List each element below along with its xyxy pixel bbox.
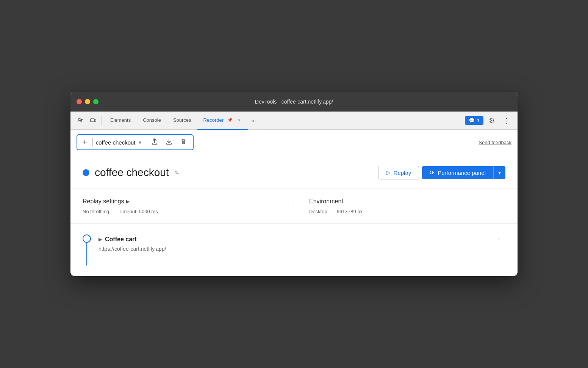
tab-console[interactable]: Console [137, 112, 167, 130]
env-detail-separator [332, 209, 332, 214]
recording-selector[interactable]: coffee checkout ∨ [96, 139, 142, 146]
send-feedback-link[interactable]: Send feedback [479, 140, 511, 145]
feedback-badge[interactable]: 💬 1 [465, 116, 483, 125]
recording-actions: ▷ Replay ⟳ Performance panel ▾ [378, 166, 505, 179]
replay-settings-arrow: ▶ [126, 199, 130, 204]
delete-icon [180, 138, 187, 145]
step-connector [83, 234, 91, 266]
recording-status-dot [83, 169, 89, 176]
desktop-label: Desktop [309, 209, 327, 214]
step-url: https://coffee-cart.netlify.app/ [99, 246, 505, 252]
export-icon [151, 138, 158, 145]
recording-header: coffee checkout ✎ ▷ Replay ⟳ Performance… [70, 155, 518, 189]
feedback-count: 1 [477, 118, 480, 123]
step-content: ▶ Coffee cart ⋮ https://coffee-cart.netl… [99, 234, 505, 252]
device-toolbar-button[interactable] [87, 115, 99, 126]
environment-heading: Environment [309, 198, 505, 205]
import-icon [166, 138, 172, 145]
perf-panel-label: Performance panel [438, 170, 486, 176]
replay-settings-col: Replay settings ▶ No throttling Timeout:… [83, 198, 294, 214]
tab-elements[interactable]: Elements [104, 112, 137, 130]
window-title: DevTools - coffee-cart.netlify.app/ [255, 99, 333, 105]
inspect-element-button[interactable] [75, 115, 87, 126]
svg-rect-1 [95, 120, 96, 122]
recording-name: coffee checkout [96, 139, 136, 146]
environment-label: Environment [309, 198, 343, 205]
tab-close-icon[interactable]: × [236, 117, 242, 124]
toolbar-right: 💬 1 ⚙ ⋮ [465, 115, 513, 126]
tab-sources[interactable]: Sources [167, 112, 197, 130]
import-recording-button[interactable] [163, 137, 175, 148]
timeout-label: Timeout: 5000 ms [119, 209, 158, 214]
step-menu-button[interactable]: ⋮ [493, 234, 505, 244]
chevron-down-icon: ∨ [138, 140, 142, 145]
step-line [86, 243, 87, 266]
minimize-button[interactable] [85, 99, 90, 104]
replay-settings-detail: No throttling Timeout: 5000 ms [83, 209, 278, 214]
replay-settings-label: Replay settings [83, 198, 124, 205]
recording-action-buttons [148, 137, 190, 148]
step-title-area: ▶ Coffee cart [99, 236, 137, 243]
feedback-icon: 💬 [469, 118, 475, 123]
dropdown-arrow-icon: ▾ [498, 170, 501, 176]
controls-separator [92, 138, 93, 146]
perf-panel-group: ⟳ Performance panel ▾ [422, 166, 505, 179]
pin-icon: 📌 [227, 118, 233, 123]
recording-title-area: coffee checkout ✎ [83, 167, 179, 179]
settings-grid: Replay settings ▶ No throttling Timeout:… [83, 198, 505, 214]
plus-icon: + [83, 138, 87, 147]
detail-separator [114, 209, 114, 214]
delete-recording-button[interactable] [177, 137, 190, 148]
controls-separator-2 [145, 138, 145, 146]
fullscreen-button[interactable] [93, 99, 99, 104]
step-circle [83, 234, 91, 243]
tab-recorder[interactable]: Recorder 📌 × [197, 112, 248, 130]
traffic-lights [77, 99, 99, 104]
step-item: ▶ Coffee cart ⋮ https://coffee-cart.netl… [83, 234, 505, 266]
settings-button[interactable]: ⚙ [486, 115, 497, 126]
add-recording-button[interactable]: + [80, 137, 89, 148]
titlebar: DevTools - coffee-cart.netlify.app/ [70, 92, 518, 112]
replay-label: Replay [394, 170, 411, 176]
devtools-window: DevTools - coffee-cart.netlify.app/ Elem… [70, 92, 518, 276]
step-expand-icon[interactable]: ▶ [99, 237, 102, 242]
main-content: coffee checkout ✎ ▷ Replay ⟳ Performance… [70, 155, 518, 276]
close-button[interactable] [77, 99, 82, 104]
settings-section: Replay settings ▶ No throttling Timeout:… [70, 189, 518, 224]
more-options-button[interactable]: ⋮ [500, 115, 513, 126]
recorder-controls: + coffee checkout ∨ [77, 134, 194, 150]
export-recording-button[interactable] [148, 137, 161, 148]
more-tabs-button[interactable]: » [248, 112, 257, 130]
tab-list: Elements Console Sources Recorder 📌 × » [104, 112, 465, 130]
edit-title-icon[interactable]: ✎ [174, 169, 179, 176]
toolbar-separator [102, 116, 102, 125]
svg-rect-0 [91, 119, 94, 122]
throttling-label: No throttling [83, 209, 109, 214]
replay-settings-heading[interactable]: Replay settings ▶ [83, 198, 278, 205]
steps-section: ▶ Coffee cart ⋮ https://coffee-cart.netl… [70, 224, 518, 276]
environment-detail: Desktop 961×789 px [309, 209, 505, 214]
environment-col: Environment Desktop 961×789 px [294, 198, 505, 214]
perf-panel-dropdown-button[interactable]: ▾ [493, 166, 505, 179]
resolution-label: 961×789 px [337, 209, 363, 214]
perf-panel-icon: ⟳ [430, 169, 435, 176]
recording-title: coffee checkout [95, 167, 169, 179]
performance-panel-button[interactable]: ⟳ Performance panel [422, 166, 493, 179]
replay-button[interactable]: ▷ Replay [378, 166, 419, 179]
step-title: Coffee cart [105, 236, 137, 243]
devtools-toolbar: Elements Console Sources Recorder 📌 × » … [70, 112, 518, 130]
replay-icon: ▷ [386, 169, 391, 176]
step-header: ▶ Coffee cart ⋮ [99, 234, 505, 244]
recorder-toolbar: + coffee checkout ∨ [70, 130, 518, 155]
